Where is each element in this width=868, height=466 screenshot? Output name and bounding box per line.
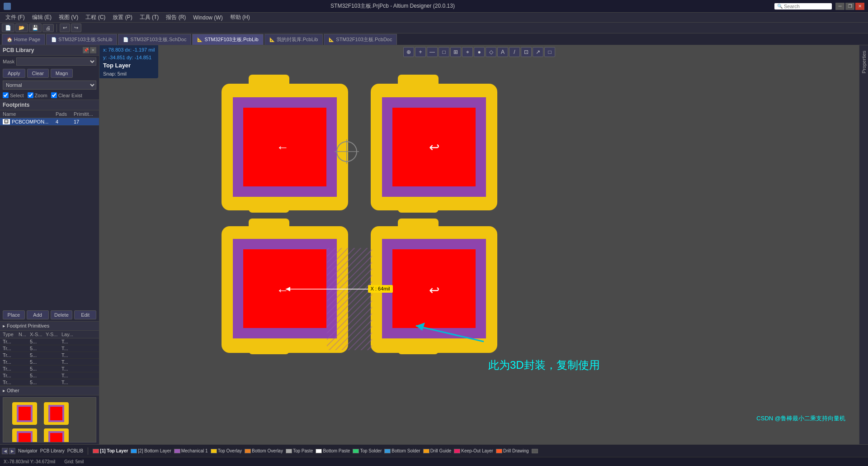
layer-bot-solder[interactable]: Bottom Solder — [384, 448, 420, 453]
layer-top-label: [1] Top Layer — [100, 448, 128, 453]
col-name: Name — [3, 111, 56, 117]
ctb-minus[interactable]: — — [427, 47, 438, 57]
tab-0[interactable]: 🏠Home Page — [2, 34, 45, 45]
layer-drill-draw[interactable]: Drill Drawing — [496, 448, 529, 453]
ctb-rect[interactable]: □ — [439, 47, 449, 57]
pcblibrary-tab[interactable]: PCB Library — [40, 448, 65, 453]
close-button[interactable]: ✕ — [855, 3, 864, 10]
canvas-toolbar: ⊕ + — □ ⊞ ⌖ ● ◇ A / ⊡ ↗ □ — [403, 47, 555, 57]
menu-item-r[interactable]: 报告 (R) — [162, 13, 189, 22]
ctb-box[interactable]: ⊡ — [521, 47, 532, 57]
select-cb-input[interactable] — [3, 92, 9, 98]
menu-item-c[interactable]: 工程 (C) — [82, 13, 109, 22]
layer-keepout[interactable]: Keep-Out Layer — [454, 448, 493, 453]
panel-close[interactable]: ✕ — [90, 47, 96, 53]
panel-pin[interactable]: 📌 — [83, 47, 89, 53]
clear-button[interactable]: Clear — [27, 69, 49, 78]
menu-item-v[interactable]: 视图 (V) — [55, 13, 82, 22]
restore-button[interactable]: ❐ — [845, 3, 854, 10]
ctb-text[interactable]: A — [497, 47, 508, 57]
magnet-button[interactable]: Magn — [51, 69, 73, 78]
layer-mech1[interactable]: Mechanical 1 — [174, 448, 208, 453]
layer-mech1-label: Mechanical 1 — [181, 448, 208, 453]
menu-item-t[interactable]: 工具 (T) — [136, 13, 163, 22]
layer-botpaste-color — [316, 449, 322, 453]
toolbar-print[interactable]: 🖨 — [42, 24, 54, 32]
properties-label[interactable]: Properties — [861, 51, 867, 73]
tab-label-0: Home Page — [14, 37, 40, 42]
mask-select[interactable] — [16, 57, 96, 66]
toolbar-open[interactable]: 📂 — [15, 24, 28, 32]
layer-botpaste-label: Bottom Paste — [323, 448, 350, 453]
menu-item-h[interactable]: 帮助 (H) — [226, 13, 254, 22]
pr-col-n: N... — [19, 332, 30, 337]
layer-bot-paste[interactable]: Bottom Paste — [316, 448, 350, 453]
layer-top[interactable]: [1] Top Layer — [93, 448, 128, 453]
menu-item-f[interactable]: 文件 (F) — [2, 13, 28, 22]
menu-item-windoww[interactable]: Window (W) — [189, 14, 226, 22]
toolbar-new[interactable]: 📄 — [2, 24, 14, 32]
layer-drill-guide[interactable]: Drill Guide — [423, 448, 452, 453]
select-checkbox[interactable]: Select — [3, 92, 24, 98]
primitive-row: Tr...5...T... — [0, 359, 99, 366]
layer-bot-overlay[interactable]: Bottom Overlay — [245, 448, 283, 453]
edit-button[interactable]: Edit — [74, 310, 96, 319]
minimize-button[interactable]: ─ — [835, 3, 844, 10]
search-input[interactable] — [784, 4, 829, 9]
tab-5[interactable]: 📐STM32F103主板.PcbDoc — [324, 34, 397, 45]
normal-row: Normal — [0, 79, 99, 91]
ctb-arrow[interactable]: ↗ — [533, 47, 543, 57]
ctb-diamond[interactable]: ◇ — [486, 47, 496, 57]
other-section[interactable]: Other — [0, 386, 99, 395]
layer-top-solder[interactable]: Top Solder — [353, 448, 382, 453]
add-button[interactable]: Add — [27, 310, 49, 319]
mask-row: Mask — [0, 56, 99, 67]
tab-3[interactable]: 📐STM32F103主板.PcbLib — [192, 34, 263, 45]
pcblib-tab[interactable]: PCBLIB — [67, 448, 84, 453]
ctb-grid[interactable]: ⊞ — [450, 47, 461, 57]
normal-select[interactable]: Normal — [3, 81, 96, 90]
menu-item-p[interactable]: 放置 (P) — [109, 13, 136, 22]
nav-prev[interactable]: ◀ — [2, 448, 8, 454]
ctb-select[interactable]: ⊕ — [403, 47, 414, 57]
canvas-area[interactable]: x: 78.803 dx: -1.197 mil y: -34.851 dy: … — [99, 45, 859, 444]
tab-1[interactable]: 📄STM32F103主板.SchLib — [46, 34, 117, 45]
layer-nav: ◀ ▶ — [2, 448, 15, 454]
tab-2[interactable]: 📄STM32F103主板.SchDoc — [118, 34, 191, 45]
toolbar-undo[interactable]: ↩ — [60, 24, 70, 32]
apply-button[interactable]: Apply — [3, 69, 25, 78]
ctb-target[interactable]: ⌖ — [462, 47, 473, 57]
place-button[interactable]: Place — [3, 310, 25, 319]
ctb-plus[interactable]: + — [415, 47, 426, 57]
zoom-checkbox[interactable]: Zoom — [28, 92, 47, 98]
layer-top-overlay[interactable]: Top Overlay — [211, 448, 242, 453]
comp4-label4: ↩ — [429, 283, 439, 297]
menu-item-e[interactable]: 编辑 (E) — [28, 13, 55, 22]
clear-exist-checkbox[interactable]: Clear Exist — [51, 92, 82, 98]
annotation-text: 此为3D封装，复制使用 — [488, 359, 600, 371]
toolbar-redo[interactable]: ↪ — [71, 24, 81, 32]
layer-extra[interactable] — [532, 449, 539, 453]
footprint-row[interactable]: 🔲 PCBCOMPON... 4 17 — [0, 118, 99, 126]
svg-rect-8 — [19, 433, 31, 442]
fp-primitives-header[interactable]: Footprint Primitives — [0, 321, 99, 331]
tab-4[interactable]: 📐我的封装库.PcbLib — [264, 34, 323, 45]
ctb-frame[interactable]: □ — [544, 47, 555, 57]
y-coord: y: -34.851 dy: -14.851 — [103, 55, 151, 60]
tab-label-2: STM32F103主板.SchDoc — [130, 36, 186, 43]
comp2-label2: ↩ — [429, 140, 439, 154]
nav-next[interactable]: ▶ — [9, 448, 15, 454]
layer-top-paste[interactable]: Top Paste — [286, 448, 313, 453]
zoom-cb-input[interactable] — [28, 92, 33, 98]
ctb-line[interactable]: / — [509, 47, 520, 57]
navigator-tab[interactable]: Navigator — [18, 448, 38, 453]
layer-bottom[interactable]: [2] Bottom Layer — [131, 448, 171, 453]
clear-exist-input[interactable] — [51, 92, 57, 98]
delete-button[interactable]: Delete — [51, 310, 73, 319]
layer-topsolder-color — [353, 449, 359, 453]
status-coords: X:-78.803mil Y:-34.672mil — [4, 459, 55, 464]
minimap — [3, 397, 96, 442]
layer-mech1-color — [174, 449, 180, 453]
ctb-circle[interactable]: ● — [474, 47, 485, 57]
toolbar-save[interactable]: 💾 — [29, 24, 42, 32]
